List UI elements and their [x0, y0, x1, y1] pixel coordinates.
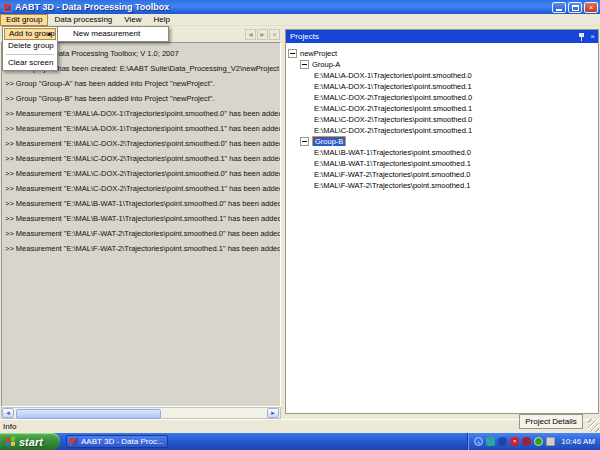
tab-scroll-right-icon[interactable]: ► [257, 29, 268, 40]
tree-node-measurement[interactable]: E:\MAL\A-DOX-1\Trajectories\point.smooth… [286, 69, 598, 80]
menu-view[interactable]: View [118, 14, 147, 26]
projects-tree: newProject Group-A E:\MAL\A-DOX-1\Trajec… [286, 45, 598, 413]
console-line: >> Measurement "E:\MAL\C-DOX-2\Trajector… [2, 151, 280, 166]
console-line: >> Group "Group-A" has been added into P… [2, 76, 280, 91]
console-line: >> Measurement "E:\MAL\B-WAT-1\Trajector… [2, 211, 280, 226]
status-bar: Info [0, 419, 600, 433]
app-icon [70, 438, 78, 446]
projects-panel-header[interactable]: Projects × [286, 30, 598, 43]
collapse-icon[interactable] [300, 137, 309, 146]
console-line: >> Measurement "E:\MAL\C-DOX-2\Trajector… [2, 166, 280, 181]
system-tray: ‹ × 10:46 AM [467, 433, 600, 450]
window-title: AABT 3D - Data Processing Toolbox [15, 2, 552, 12]
windows-flag-icon [6, 436, 16, 447]
menu-item-add-to-group[interactable]: Add to group► [4, 28, 56, 40]
tree-node-project[interactable]: newProject [286, 47, 598, 58]
console-line: >> Measurement "E:\MAL\B-WAT-1\Trajector… [2, 196, 280, 211]
tree-node-measurement[interactable]: E:\MAL\C-DOX-2\Trajectories\point.smooth… [286, 124, 598, 135]
console-line: >> Measurement "E:\MAL\F-WAT-2\Trajector… [2, 226, 280, 241]
projects-panel-title: Projects [290, 30, 578, 43]
taskbar-clock[interactable]: 10:46 AM [561, 437, 595, 446]
status-text: Info [3, 422, 16, 431]
scroll-left-icon[interactable]: ◄ [2, 408, 14, 418]
tree-node-measurement[interactable]: E:\MAL\C-DOX-2\Trajectories\point.smooth… [286, 113, 598, 124]
projects-panel: Projects × newProject Group-A E:\MAL\A-D… [285, 29, 599, 414]
menu-item-delete-group[interactable]: Delete group [4, 40, 56, 52]
edit-group-dropdown: Add to group► Delete group Clear screen [2, 26, 58, 71]
tab-close-icon[interactable]: × [269, 29, 280, 40]
auto-hide-pin-icon[interactable] [578, 32, 586, 41]
collapse-icon[interactable] [300, 60, 309, 69]
collapse-icon[interactable] [288, 49, 297, 58]
horizontal-scrollbar[interactable]: ◄ ► [1, 407, 281, 419]
app-icon [3, 3, 12, 12]
submenu-arrow-icon: ► [47, 29, 53, 39]
tray-network-icon[interactable] [498, 437, 507, 446]
console-panel: ◄ ► × >> AABT 3D - Data Processing Toolb… [0, 26, 283, 419]
tree-node-measurement[interactable]: E:\MAL\C-DOX-2\Trajectories\point.smooth… [286, 91, 598, 102]
taskbar: start AABT 3D - Data Proc... ‹ × 10:46 A… [0, 433, 600, 450]
console-line: >> Measurement "E:\MAL\C-DOX-2\Trajector… [2, 136, 280, 151]
tray-display-icon[interactable] [546, 437, 555, 446]
tree-node-group[interactable]: Group-A [286, 58, 598, 69]
scroll-right-icon[interactable]: ► [267, 408, 279, 418]
menu-data-processing[interactable]: Data processing [48, 14, 118, 26]
tree-node-measurement[interactable]: E:\MAL\F-WAT-2\Trajectories\point.smooth… [286, 179, 598, 190]
menu-edit-group[interactable]: Edit group [0, 14, 48, 26]
console-line: >> Measurement "E:\MAL\A-DOX-1\Trajector… [2, 121, 280, 136]
add-to-group-submenu: New measurement [57, 26, 169, 42]
tray-antivirus-icon[interactable] [534, 437, 543, 446]
desktop-screen: AABT 3D - Data Processing Toolbox × Edit… [0, 0, 600, 450]
scrollbar-thumb[interactable] [16, 409, 161, 419]
tray-teal-status-icon[interactable] [486, 437, 495, 446]
console-log[interactable]: >> AABT 3D - Data Processing Toolbox; V … [1, 42, 281, 407]
tree-node-measurement[interactable]: E:\MAL\B-WAT-1\Trajectories\point.smooth… [286, 146, 598, 157]
window-title-bar[interactable]: AABT 3D - Data Processing Toolbox × [0, 0, 600, 14]
menu-bar: Edit group Data processing View Help [0, 14, 600, 26]
tray-error-icon[interactable]: × [510, 437, 519, 446]
console-line: >> Group "Group-B" has been added into P… [2, 91, 280, 106]
tray-security-icon[interactable] [522, 437, 531, 446]
menu-help[interactable]: Help [147, 14, 175, 26]
console-line: >> Measurement "E:\MAL\F-WAT-2\Trajector… [2, 241, 280, 256]
minimize-button[interactable] [552, 2, 566, 13]
start-button[interactable]: start [0, 433, 60, 450]
tree-node-group-selected[interactable]: Group-B [286, 135, 598, 146]
taskbar-app-button[interactable]: AABT 3D - Data Proc... [66, 435, 168, 448]
console-line: >> Measurement "E:\MAL\A-DOX-1\Trajector… [2, 106, 280, 121]
resize-grip[interactable] [588, 419, 599, 432]
menu-separator [6, 54, 54, 55]
tree-node-measurement[interactable]: E:\MAL\F-WAT-2\Trajectories\point.smooth… [286, 168, 598, 179]
tab-scroll-left-icon[interactable]: ◄ [245, 29, 256, 40]
menu-item-new-measurement[interactable]: New measurement [59, 28, 167, 40]
tree-node-measurement[interactable]: E:\MAL\A-DOX-1\Trajectories\point.smooth… [286, 80, 598, 91]
project-details-tab[interactable]: Project Details [519, 414, 583, 429]
tree-node-measurement[interactable]: E:\MAL\B-WAT-1\Trajectories\point.smooth… [286, 157, 598, 168]
projects-close-icon[interactable]: × [590, 30, 595, 43]
restore-button[interactable] [568, 2, 582, 13]
menu-item-clear-screen[interactable]: Clear screen [4, 57, 56, 69]
hide-tray-icons-chevron-icon[interactable]: ‹ [474, 437, 483, 446]
console-line: >> Measurement "E:\MAL\C-DOX-2\Trajector… [2, 181, 280, 196]
tree-node-measurement[interactable]: E:\MAL\C-DOX-2\Trajectories\point.smooth… [286, 102, 598, 113]
close-button[interactable]: × [584, 2, 598, 13]
